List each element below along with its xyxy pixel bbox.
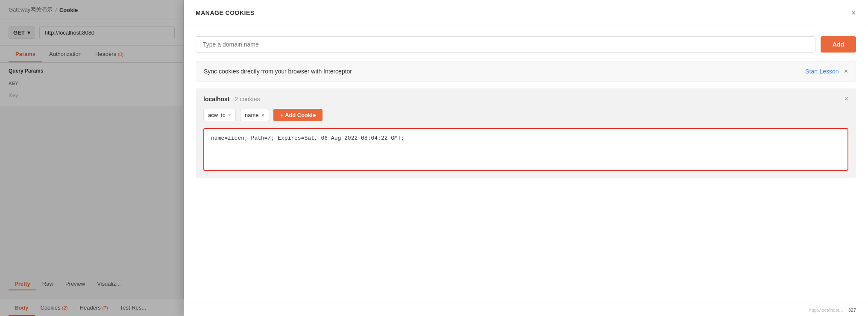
cookie-chip-name: name ×: [240, 109, 269, 121]
domain-name-input[interactable]: [196, 36, 815, 53]
cookie-domain-section: localhost 2 cookies × acw_tc × name × + …: [196, 88, 856, 178]
cookie-value-text: name=zicen; Path=/; Expires=Sat, 06 Aug …: [211, 135, 841, 141]
modal-body: Add Sync cookies directly from your brow…: [184, 26, 868, 304]
domain-section-close-button[interactable]: ×: [845, 95, 848, 103]
footer-status: http://localhost...: [809, 307, 843, 313]
cookie-chip-acw-tc: acw_tc ×: [203, 109, 236, 121]
add-domain-button[interactable]: Add: [821, 36, 856, 53]
cookie-count-label: 2 cookies: [235, 96, 260, 102]
cookie-editor-area[interactable]: name=zicen; Path=/; Expires=Sat, 06 Aug …: [203, 128, 848, 171]
domain-name-label: localhost: [203, 96, 229, 102]
modal-footer: http://localhost... 327: [184, 304, 868, 316]
cookie-chip-acw-tc-close-button[interactable]: ×: [228, 112, 231, 118]
modal-header: MANAGE COOKIES ×: [184, 0, 868, 26]
cookie-domain-header: localhost 2 cookies ×: [203, 95, 848, 103]
footer-status-number: 327: [848, 307, 856, 313]
start-lesson-link[interactable]: Start Lesson: [805, 68, 839, 75]
cookie-chips-row: acw_tc × name × + Add Cookie: [203, 109, 848, 121]
cookie-chip-name-label[interactable]: name: [245, 112, 259, 118]
interceptor-text: Sync cookies directly from your browser …: [204, 68, 352, 75]
interceptor-actions: Start Lesson ×: [805, 67, 848, 75]
cookie-chip-name-close-button[interactable]: ×: [261, 112, 265, 118]
cookie-chip-acw-tc-label[interactable]: acw_tc: [208, 112, 225, 118]
modal-title: MANAGE COOKIES: [196, 9, 255, 16]
domain-input-row: Add: [196, 36, 856, 53]
modal-close-button[interactable]: ×: [851, 9, 856, 17]
manage-cookies-modal: MANAGE COOKIES × Add Sync cookies direct…: [184, 0, 868, 316]
cookie-domain-title: localhost 2 cookies: [203, 96, 260, 102]
interceptor-banner: Sync cookies directly from your browser …: [196, 61, 856, 82]
interceptor-banner-close-button[interactable]: ×: [844, 67, 848, 75]
add-cookie-button[interactable]: + Add Cookie: [273, 109, 323, 121]
